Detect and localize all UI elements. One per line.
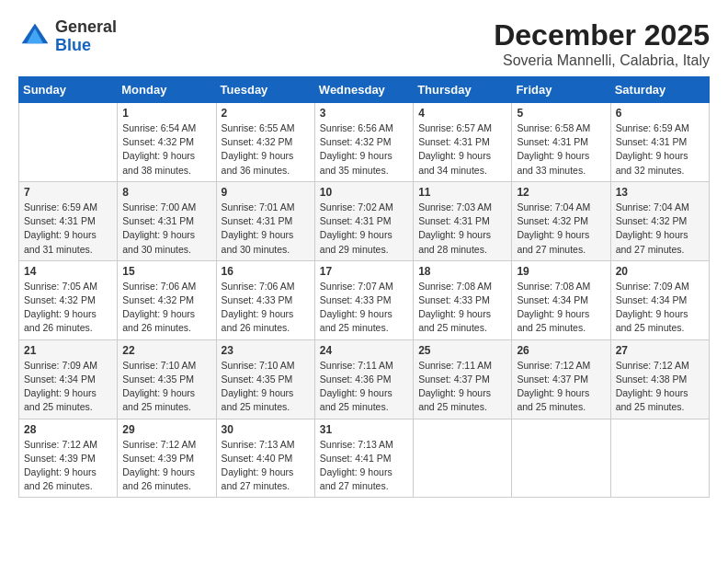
day-info: Sunrise: 7:11 AMSunset: 4:36 PMDaylight:… — [320, 359, 408, 415]
calendar-cell: 15Sunrise: 7:06 AMSunset: 4:32 PMDayligh… — [118, 260, 216, 339]
day-info: Sunrise: 7:02 AMSunset: 4:31 PMDaylight:… — [320, 201, 408, 257]
calendar-cell: 9Sunrise: 7:01 AMSunset: 4:31 PMDaylight… — [216, 181, 314, 260]
calendar-cell: 16Sunrise: 7:06 AMSunset: 4:33 PMDayligh… — [216, 260, 314, 339]
day-info: Sunrise: 7:04 AMSunset: 4:32 PMDaylight:… — [616, 201, 704, 257]
day-info: Sunrise: 6:54 AMSunset: 4:32 PMDaylight:… — [122, 121, 210, 178]
main-title: December 2025 — [494, 18, 710, 52]
day-info: Sunrise: 7:13 AMSunset: 4:41 PMDaylight:… — [320, 438, 408, 494]
day-info: Sunrise: 7:12 AMSunset: 4:38 PMDaylight:… — [616, 359, 704, 415]
calendar-cell: 30Sunrise: 7:13 AMSunset: 4:40 PMDayligh… — [216, 419, 314, 498]
day-number: 2 — [222, 107, 310, 120]
calendar-week-row: 21Sunrise: 7:09 AMSunset: 4:34 PMDayligh… — [19, 339, 710, 419]
calendar-cell: 3Sunrise: 6:56 AMSunset: 4:32 PMDaylight… — [314, 103, 413, 182]
day-number: 16 — [222, 265, 310, 278]
day-info: Sunrise: 6:58 AMSunset: 4:31 PMDaylight:… — [517, 121, 605, 178]
day-info: Sunrise: 7:08 AMSunset: 4:33 PMDaylight:… — [418, 280, 506, 336]
day-info: Sunrise: 7:06 AMSunset: 4:33 PMDaylight:… — [222, 280, 310, 336]
day-number: 26 — [517, 344, 605, 357]
calendar-cell — [414, 419, 512, 498]
calendar-cell: 12Sunrise: 7:04 AMSunset: 4:32 PMDayligh… — [512, 181, 610, 260]
calendar-cell: 1Sunrise: 6:54 AMSunset: 4:32 PMDaylight… — [118, 103, 216, 182]
day-number: 20 — [616, 265, 704, 278]
day-info: Sunrise: 7:10 AMSunset: 4:35 PMDaylight:… — [122, 359, 210, 415]
day-number: 8 — [122, 186, 210, 199]
calendar-cell: 5Sunrise: 6:58 AMSunset: 4:31 PMDaylight… — [512, 103, 610, 182]
day-number: 10 — [320, 186, 408, 199]
calendar-cell: 25Sunrise: 7:11 AMSunset: 4:37 PMDayligh… — [414, 339, 512, 419]
day-info: Sunrise: 7:13 AMSunset: 4:40 PMDaylight:… — [222, 438, 310, 494]
day-number: 11 — [418, 186, 506, 199]
calendar-cell: 27Sunrise: 7:12 AMSunset: 4:38 PMDayligh… — [610, 339, 709, 419]
calendar-cell: 28Sunrise: 7:12 AMSunset: 4:39 PMDayligh… — [19, 419, 118, 498]
day-info: Sunrise: 7:11 AMSunset: 4:37 PMDaylight:… — [418, 359, 506, 415]
calendar-cell: 17Sunrise: 7:07 AMSunset: 4:33 PMDayligh… — [314, 260, 413, 339]
day-number: 17 — [320, 265, 408, 278]
day-info: Sunrise: 6:59 AMSunset: 4:31 PMDaylight:… — [24, 201, 112, 257]
day-number: 23 — [222, 344, 310, 357]
calendar-cell: 22Sunrise: 7:10 AMSunset: 4:35 PMDayligh… — [118, 339, 216, 419]
day-number: 19 — [517, 265, 605, 278]
weekday-header-saturday: Saturday — [610, 77, 709, 103]
calendar-cell: 4Sunrise: 6:57 AMSunset: 4:31 PMDaylight… — [414, 103, 512, 182]
weekday-header-tuesday: Tuesday — [216, 77, 314, 103]
day-number: 5 — [517, 107, 605, 120]
day-number: 22 — [122, 344, 210, 357]
calendar-cell: 18Sunrise: 7:08 AMSunset: 4:33 PMDayligh… — [414, 260, 512, 339]
day-number: 15 — [122, 265, 210, 278]
day-info: Sunrise: 7:09 AMSunset: 4:34 PMDaylight:… — [616, 280, 704, 336]
weekday-header-friday: Friday — [512, 77, 610, 103]
day-number: 14 — [24, 265, 112, 278]
day-number: 18 — [418, 265, 506, 278]
day-info: Sunrise: 7:12 AMSunset: 4:37 PMDaylight:… — [517, 359, 605, 415]
day-info: Sunrise: 7:12 AMSunset: 4:39 PMDaylight:… — [24, 438, 112, 494]
day-number: 3 — [320, 107, 408, 120]
calendar-cell: 24Sunrise: 7:11 AMSunset: 4:36 PMDayligh… — [314, 339, 413, 419]
calendar-cell: 10Sunrise: 7:02 AMSunset: 4:31 PMDayligh… — [314, 181, 413, 260]
logo-general-text: General — [55, 18, 117, 37]
calendar-cell: 7Sunrise: 6:59 AMSunset: 4:31 PMDaylight… — [19, 181, 118, 260]
day-number: 6 — [616, 107, 704, 120]
day-info: Sunrise: 7:00 AMSunset: 4:31 PMDaylight:… — [122, 201, 210, 257]
calendar-cell: 26Sunrise: 7:12 AMSunset: 4:37 PMDayligh… — [512, 339, 610, 419]
calendar-cell: 2Sunrise: 6:55 AMSunset: 4:32 PMDaylight… — [216, 103, 314, 182]
calendar-cell: 21Sunrise: 7:09 AMSunset: 4:34 PMDayligh… — [19, 339, 118, 419]
day-info: Sunrise: 7:05 AMSunset: 4:32 PMDaylight:… — [24, 280, 112, 336]
day-info: Sunrise: 7:07 AMSunset: 4:33 PMDaylight:… — [320, 280, 408, 336]
weekday-header-thursday: Thursday — [414, 77, 512, 103]
calendar-week-row: 14Sunrise: 7:05 AMSunset: 4:32 PMDayligh… — [19, 260, 710, 339]
day-info: Sunrise: 6:55 AMSunset: 4:32 PMDaylight:… — [222, 121, 310, 178]
calendar-cell: 11Sunrise: 7:03 AMSunset: 4:31 PMDayligh… — [414, 181, 512, 260]
day-number: 28 — [24, 423, 112, 436]
weekday-header-sunday: Sunday — [19, 77, 118, 103]
calendar-header-row: SundayMondayTuesdayWednesdayThursdayFrid… — [19, 77, 710, 103]
day-number: 9 — [222, 186, 310, 199]
weekday-header-wednesday: Wednesday — [314, 77, 413, 103]
logo: General Blue — [18, 18, 117, 55]
day-info: Sunrise: 7:03 AMSunset: 4:31 PMDaylight:… — [418, 201, 506, 257]
day-info: Sunrise: 7:09 AMSunset: 4:34 PMDaylight:… — [24, 359, 112, 415]
day-number: 12 — [517, 186, 605, 199]
calendar-cell: 13Sunrise: 7:04 AMSunset: 4:32 PMDayligh… — [610, 181, 709, 260]
day-number: 7 — [24, 186, 112, 199]
day-info: Sunrise: 7:10 AMSunset: 4:35 PMDaylight:… — [222, 359, 310, 415]
day-number: 4 — [418, 107, 506, 120]
day-number: 29 — [122, 423, 210, 436]
day-number: 1 — [122, 107, 210, 120]
calendar-week-row: 7Sunrise: 6:59 AMSunset: 4:31 PMDaylight… — [19, 181, 710, 260]
day-number: 13 — [616, 186, 704, 199]
day-info: Sunrise: 6:59 AMSunset: 4:31 PMDaylight:… — [616, 121, 704, 178]
day-number: 31 — [320, 423, 408, 436]
calendar-cell: 23Sunrise: 7:10 AMSunset: 4:35 PMDayligh… — [216, 339, 314, 419]
day-info: Sunrise: 7:04 AMSunset: 4:32 PMDaylight:… — [517, 201, 605, 257]
calendar-week-row: 28Sunrise: 7:12 AMSunset: 4:39 PMDayligh… — [19, 419, 710, 498]
calendar-cell: 19Sunrise: 7:08 AMSunset: 4:34 PMDayligh… — [512, 260, 610, 339]
calendar-cell: 6Sunrise: 6:59 AMSunset: 4:31 PMDaylight… — [610, 103, 709, 182]
calendar-cell — [610, 419, 709, 498]
day-info: Sunrise: 6:56 AMSunset: 4:32 PMDaylight:… — [320, 121, 408, 178]
day-number: 27 — [616, 344, 704, 357]
title-block: December 2025 Soveria Mannelli, Calabria… — [494, 18, 710, 69]
calendar-table: SundayMondayTuesdayWednesdayThursdayFrid… — [18, 76, 710, 498]
logo-text: General Blue — [55, 18, 117, 55]
calendar-cell: 20Sunrise: 7:09 AMSunset: 4:34 PMDayligh… — [610, 260, 709, 339]
subtitle: Soveria Mannelli, Calabria, Italy — [494, 52, 710, 69]
